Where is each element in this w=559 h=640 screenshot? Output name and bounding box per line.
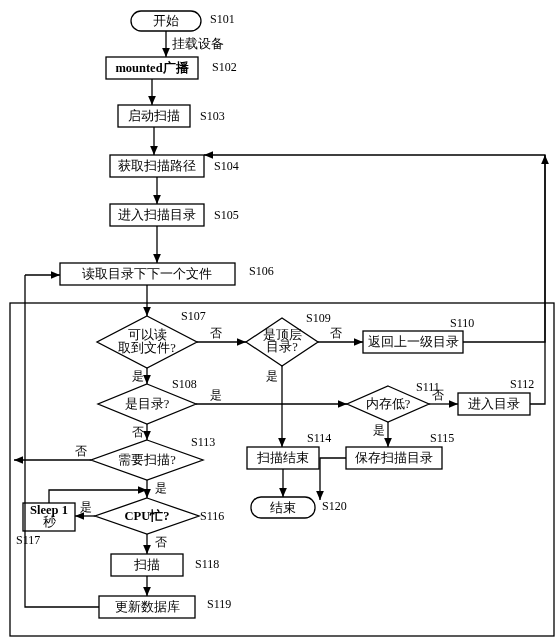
is-dir-step: S108 <box>172 377 197 391</box>
sleep-step: S117 <box>16 533 40 547</box>
read-next-step: S106 <box>249 264 274 278</box>
need-scan-step: S113 <box>191 435 215 449</box>
need-scan-yes: 是 <box>155 481 167 495</box>
can-read-yes: 是 <box>132 369 144 383</box>
end-step: S120 <box>322 499 347 513</box>
scan-end-step: S114 <box>307 431 331 445</box>
svg-text:可以读: 可以读 <box>128 328 167 342</box>
start-scan-text: 启动扫描 <box>128 108 180 123</box>
update-db-step: S119 <box>207 597 231 611</box>
cpu-busy-step: S116 <box>200 509 224 523</box>
top-level-step: S109 <box>306 311 331 325</box>
can-read-step: S107 <box>181 309 206 323</box>
enter-dir2-step: S112 <box>510 377 534 391</box>
save-scan-dir-text: 保存扫描目录 <box>355 451 433 465</box>
is-dir-text: 是目录? <box>125 397 170 411</box>
is-dir-yes: 是 <box>210 388 222 402</box>
need-scan-text: 需要扫描? <box>118 453 176 467</box>
return-parent-step: S110 <box>450 316 474 330</box>
enter-dir2-text: 进入目录 <box>468 397 520 411</box>
start-scan-step: S103 <box>200 109 225 123</box>
memory-low-yes: 是 <box>373 423 385 437</box>
svg-text:秒: 秒 <box>43 515 56 529</box>
get-path-step: S104 <box>214 159 239 173</box>
memory-low-text: 内存低? <box>366 397 411 411</box>
scan-step: S118 <box>195 557 219 571</box>
cpu-busy-text: CPU忙? <box>125 508 170 523</box>
is-dir-no: 否 <box>132 425 144 439</box>
cpu-busy-yes: 是 <box>80 500 92 514</box>
mounted-broadcast-step: S102 <box>212 60 237 74</box>
svg-text:目录?: 目录? <box>266 340 298 354</box>
scan-text: 扫描 <box>133 558 160 572</box>
return-parent-text: 返回上一级目录 <box>368 335 459 349</box>
scan-end-text: 扫描结束 <box>256 451 309 465</box>
cpu-busy-no: 否 <box>155 535 167 549</box>
update-db-text: 更新数据库 <box>115 600 180 614</box>
save-scan-dir-step: S115 <box>430 431 454 445</box>
can-read-no: 否 <box>210 326 222 340</box>
top-level-yes: 是 <box>266 369 278 383</box>
memory-low-no: 否 <box>432 388 444 402</box>
top-level-no: 否 <box>330 326 342 340</box>
mount-text: 挂载设备 <box>172 37 224 51</box>
end-text: 结束 <box>270 501 296 515</box>
start-step: S101 <box>210 12 235 26</box>
get-path-text: 获取扫描路径 <box>118 159 196 173</box>
need-scan-no: 否 <box>75 444 87 458</box>
enter-dir-text: 进入扫描目录 <box>118 208 196 222</box>
start-text: 开始 <box>153 14 179 28</box>
mounted-broadcast-text: mounted广播 <box>115 60 189 75</box>
read-next-text: 读取目录下下一个文件 <box>82 267 212 281</box>
svg-text:取到文件?: 取到文件? <box>118 341 176 355</box>
enter-dir-step: S105 <box>214 208 239 222</box>
